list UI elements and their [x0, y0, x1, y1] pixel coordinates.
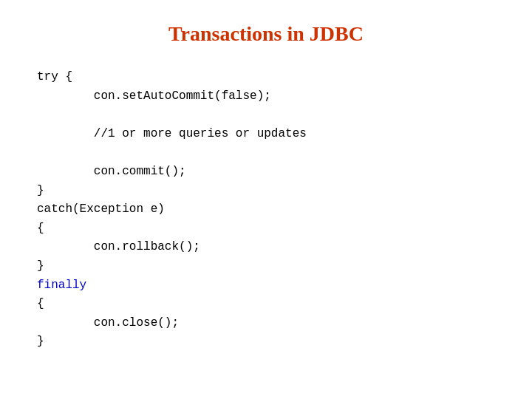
code-line-5: } — [37, 182, 495, 201]
code-line-4: con.commit(); — [37, 163, 495, 182]
code-line-3: //1 or more queries or updates — [37, 125, 495, 144]
slide-title: Transactions in JDBC — [37, 22, 495, 46]
code-line-10: finally — [37, 276, 495, 296]
code-line-blank-2 — [37, 143, 495, 163]
slide-container: Transactions in JDBC try { con.setAutoCo… — [0, 0, 532, 399]
code-line-1: try { — [37, 68, 495, 87]
code-line-8: con.rollback(); — [37, 238, 495, 257]
code-block: try { con.setAutoCommit(false); //1 or m… — [37, 68, 495, 352]
code-line-13: } — [37, 332, 495, 352]
code-line-9: } — [37, 257, 495, 276]
code-line-blank-1 — [37, 106, 495, 125]
code-line-7: { — [37, 219, 495, 239]
code-line-11: { — [37, 295, 495, 314]
code-line-12: con.close(); — [37, 314, 495, 333]
code-line-2: con.setAutoCommit(false); — [37, 87, 495, 106]
code-line-6: catch(Exception e) — [37, 200, 495, 219]
